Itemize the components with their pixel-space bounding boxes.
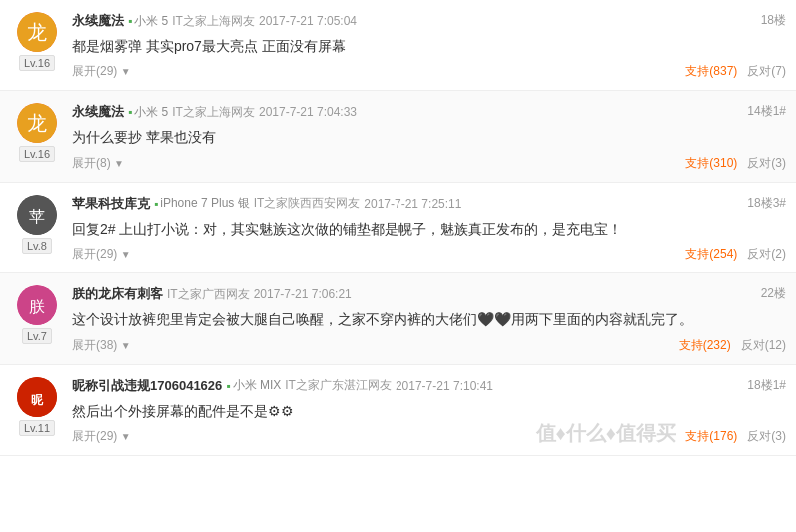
- avatar-area: 朕Lv.7: [10, 285, 64, 353]
- avatar-area: 龙Lv.16: [10, 103, 64, 171]
- comment-text: 都是烟雾弹 其实pro7最大亮点 正面没有屏幕: [72, 35, 786, 57]
- floor-number: 18楼: [761, 12, 786, 29]
- device-tag: ▪小米 MIX: [226, 377, 281, 394]
- oppose-button[interactable]: 反对(2): [747, 246, 786, 263]
- avatar: 龙: [17, 12, 57, 52]
- expand-button[interactable]: 展开(29) ▼: [72, 63, 131, 80]
- phone-icon: ▪: [226, 379, 230, 393]
- support-button[interactable]: 支持(232): [679, 337, 731, 354]
- comment-body: 永续魔法▪小米 5IT之家上海网友2017-7-21 7:04:33为什么要抄 …: [64, 103, 786, 171]
- comment-footer: 展开(29) ▼支持(837)反对(7): [72, 63, 786, 80]
- device-tag: ▪iPhone 7 Plus 银: [154, 195, 250, 212]
- vote-area: 支持(254)反对(2): [685, 246, 786, 263]
- comment-body: 朕的龙床有刺客IT之家广西网友2017-7-21 7:06:21这个设计放裤兜里…: [64, 285, 786, 353]
- avatar-area: 龙Lv.16: [10, 12, 64, 80]
- username[interactable]: 朕的龙床有刺客: [72, 285, 163, 303]
- device-name: iPhone 7 Plus 银: [160, 195, 249, 212]
- support-button[interactable]: 支持(837): [685, 63, 737, 80]
- comment-footer: 展开(38) ▼支持(232)反对(12): [72, 337, 786, 354]
- svg-text:龙: 龙: [27, 112, 47, 134]
- level-badge: Lv.16: [19, 55, 55, 71]
- floor-number: 22楼: [761, 285, 786, 302]
- support-button[interactable]: 支持(176): [685, 428, 737, 445]
- username[interactable]: 苹果科技库克: [72, 195, 150, 213]
- phone-icon: ▪: [128, 14, 132, 28]
- comment-header: 永续魔法▪小米 5IT之家上海网友2017-7-21 7:05:04: [72, 12, 786, 30]
- expand-button[interactable]: 展开(29) ▼: [72, 428, 131, 445]
- comment-header: 朕的龙床有刺客IT之家广西网友2017-7-21 7:06:21: [72, 285, 786, 303]
- location: IT之家广西网友: [167, 286, 250, 303]
- oppose-button[interactable]: 反对(12): [741, 337, 786, 354]
- comment-header: 昵称引战违规1706041626▪小米 MIXIT之家广东湛江网友2017-7-…: [72, 377, 786, 395]
- avatar-area: 昵Lv.11: [10, 377, 64, 445]
- support-button[interactable]: 支持(310): [685, 155, 737, 172]
- comment-list: 18楼龙Lv.16永续魔法▪小米 5IT之家上海网友2017-7-21 7:05…: [0, 0, 796, 456]
- device-name: 小米 5: [134, 104, 168, 121]
- comment-body: 昵称引战违规1706041626▪小米 MIXIT之家广东湛江网友2017-7-…: [64, 377, 786, 445]
- level-badge: Lv.7: [22, 328, 52, 344]
- comment-footer: 展开(29) ▼支持(254)反对(2): [72, 246, 786, 263]
- floor-number: 18楼1#: [747, 377, 786, 394]
- comment-text: 为什么要抄 苹果也没有: [72, 126, 786, 148]
- location: IT之家陕西西安网友: [254, 195, 361, 212]
- comment-footer: 展开(29) ▼支持(176)反对(3): [72, 428, 786, 445]
- device-name: 小米 MIX: [233, 377, 282, 394]
- expand-button[interactable]: 展开(8) ▼: [72, 155, 124, 172]
- comment-text: 然后出个外接屏幕的配件是不是⚙⚙: [72, 400, 786, 422]
- avatar: 朕: [17, 285, 57, 325]
- comment-item: 18楼龙Lv.16永续魔法▪小米 5IT之家上海网友2017-7-21 7:05…: [0, 0, 796, 91]
- comment-item: 18楼3#苹Lv.8苹果科技库克▪iPhone 7 Plus 银IT之家陕西西安…: [0, 183, 796, 273]
- timestamp: 2017-7-21 7:06:21: [254, 287, 352, 301]
- username[interactable]: 昵称引战违规1706041626: [72, 377, 222, 395]
- vote-area: 支持(837)反对(7): [685, 63, 786, 80]
- device-name: 小米 5: [134, 13, 168, 30]
- comment-item: 14楼1#龙Lv.16永续魔法▪小米 5IT之家上海网友2017-7-21 7:…: [0, 91, 796, 182]
- expand-button[interactable]: 展开(38) ▼: [72, 337, 131, 354]
- svg-text:昵: 昵: [31, 393, 44, 407]
- location: IT之家上海网友: [172, 104, 255, 121]
- floor-number: 14楼1#: [747, 103, 786, 120]
- device-tag: ▪小米 5: [128, 13, 168, 30]
- oppose-button[interactable]: 反对(7): [747, 63, 786, 80]
- vote-area: 支持(232)反对(12): [679, 337, 786, 354]
- comment-body: 苹果科技库克▪iPhone 7 Plus 银IT之家陕西西安网友2017-7-2…: [64, 195, 786, 263]
- comment-header: 苹果科技库克▪iPhone 7 Plus 银IT之家陕西西安网友2017-7-2…: [72, 195, 786, 213]
- svg-text:朕: 朕: [29, 298, 45, 315]
- phone-icon: ▪: [154, 197, 158, 211]
- svg-text:龙: 龙: [27, 21, 47, 43]
- avatar-area: 苹Lv.8: [10, 195, 64, 263]
- expand-button[interactable]: 展开(29) ▼: [72, 246, 131, 263]
- comment-text: 回复2# 上山打小说：对，其实魅族这次做的铺垫都是幌子，魅族真正发布的，是充电宝…: [72, 218, 786, 240]
- username[interactable]: 永续魔法: [72, 103, 124, 121]
- level-badge: Lv.11: [19, 420, 55, 436]
- comment-item: 18楼1#昵Lv.11昵称引战违规1706041626▪小米 MIXIT之家广东…: [0, 365, 796, 456]
- vote-area: 支持(310)反对(3): [685, 155, 786, 172]
- vote-area: 支持(176)反对(3): [685, 428, 786, 445]
- timestamp: 2017-7-21 7:04:33: [259, 105, 357, 119]
- comment-item: 22楼朕Lv.7朕的龙床有刺客IT之家广西网友2017-7-21 7:06:21…: [0, 273, 796, 364]
- timestamp: 2017-7-21 7:10:41: [396, 379, 493, 393]
- comment-footer: 展开(8) ▼支持(310)反对(3): [72, 155, 786, 172]
- avatar: 昵: [17, 377, 57, 417]
- avatar: 苹: [17, 195, 57, 235]
- support-button[interactable]: 支持(254): [685, 246, 737, 263]
- comment-header: 永续魔法▪小米 5IT之家上海网友2017-7-21 7:04:33: [72, 103, 786, 121]
- location: IT之家广东湛江网友: [285, 377, 392, 394]
- avatar: 龙: [17, 103, 57, 143]
- phone-icon: ▪: [128, 105, 132, 119]
- location: IT之家上海网友: [172, 13, 255, 30]
- svg-text:苹: 苹: [29, 208, 45, 225]
- oppose-button[interactable]: 反对(3): [747, 428, 786, 445]
- username[interactable]: 永续魔法: [72, 12, 124, 30]
- oppose-button[interactable]: 反对(3): [747, 155, 786, 172]
- timestamp: 2017-7-21 7:25:11: [364, 197, 461, 211]
- level-badge: Lv.8: [22, 238, 52, 254]
- comment-body: 永续魔法▪小米 5IT之家上海网友2017-7-21 7:05:04都是烟雾弹 …: [64, 12, 786, 80]
- watermark: 值♦什么♦值得买: [536, 420, 676, 447]
- level-badge: Lv.16: [19, 146, 55, 162]
- device-tag: ▪小米 5: [128, 104, 168, 121]
- comment-text: 这个设计放裤兜里肯定会被大腿自己唤醒，之家不穿内裤的大佬们🖤🖤用两下里面的内容就…: [72, 308, 786, 330]
- floor-number: 18楼3#: [747, 195, 786, 212]
- timestamp: 2017-7-21 7:05:04: [259, 14, 357, 28]
